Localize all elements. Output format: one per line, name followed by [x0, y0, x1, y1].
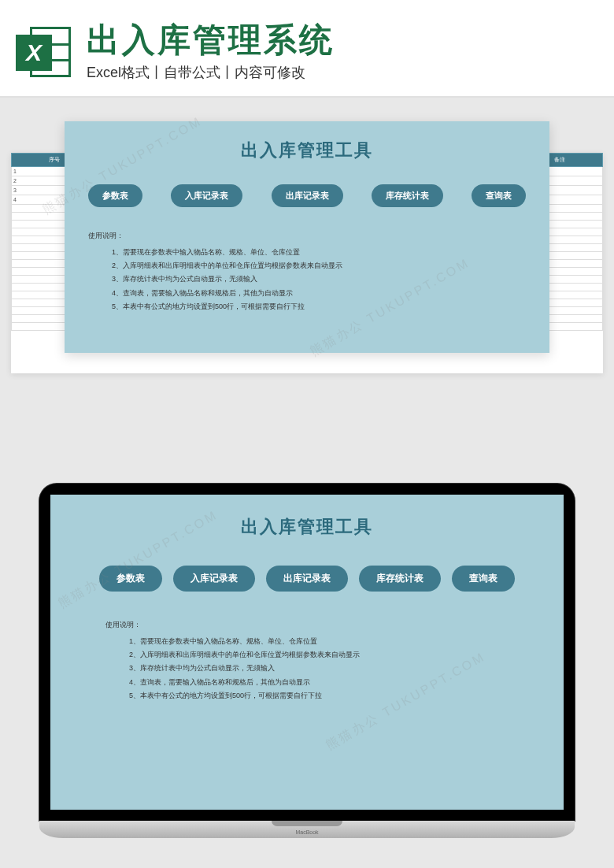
instruction-item: 1、需要现在参数表中输入物品名称、规格、单位、仓库位置: [129, 635, 532, 648]
panel-title: 出入库管理工具: [82, 515, 532, 539]
template-preview: 序号 日期 领取人 备注 12016/10/722016/10/732016/1…: [0, 98, 614, 460]
instructions: 使用说明： 1、需要现在参数表中输入物品名称、规格、单位、仓库位置2、入库明细表…: [82, 618, 532, 703]
panel-title: 出入库管理工具: [88, 139, 526, 162]
instruction-item: 4、查询表，需要输入物品名称和规格后，其他为自动显示: [112, 287, 526, 300]
laptop-base: MacBook: [39, 821, 575, 838]
nav-buttons-row: 参数表 入库记录表 出库记录表 库存统计表 查询表: [88, 184, 526, 207]
instructions-label: 使用说明：: [105, 618, 532, 632]
excel-icon: X: [16, 24, 72, 80]
btn-outbound[interactable]: 出库记录表: [272, 184, 343, 207]
laptop-brand: MacBook: [295, 829, 318, 835]
instruction-item: 1、需要现在参数表中输入物品名称、规格、单位、仓库位置: [112, 246, 526, 259]
btn-params[interactable]: 参数表: [99, 566, 162, 592]
instruction-item: 2、入库明细表和出库明细表中的单位和仓库位置均根据参数表来自动显示: [129, 648, 532, 662]
laptop-mockup: 出入库管理工具 参数表 入库记录表 出库记录表 库存统计表 查询表 使用说明： …: [39, 484, 575, 838]
btn-inventory[interactable]: 库存统计表: [372, 184, 443, 207]
nav-buttons-row: 参数表 入库记录表 出库记录表 库存统计表 查询表: [82, 566, 532, 592]
instructions: 使用说明： 1、需要现在参数表中输入物品名称、规格、单位、仓库位置2、入库明细表…: [88, 229, 526, 313]
instruction-item: 2、入库明细表和出库明细表中的单位和仓库位置均根据参数表来自动显示: [112, 259, 526, 273]
product-subtitle: Excel格式丨自带公式丨内容可修改: [87, 63, 598, 82]
btn-query[interactable]: 查询表: [452, 566, 515, 592]
laptop-screen: 出入库管理工具 参数表 入库记录表 出库记录表 库存统计表 查询表 使用说明： …: [39, 484, 575, 821]
product-title: 出入库管理系统: [87, 22, 598, 58]
btn-query[interactable]: 查询表: [472, 184, 526, 207]
btn-inbound[interactable]: 入库记录表: [173, 566, 255, 592]
instruction-item: 3、库存统计表中均为公式自动显示，无须输入: [112, 273, 526, 286]
btn-inbound[interactable]: 入库记录表: [171, 184, 242, 207]
laptop-panel: 出入库管理工具 参数表 入库记录表 出库记录表 库存统计表 查询表 使用说明： …: [50, 495, 564, 810]
instruction-item: 3、库存统计表中均为公式自动显示，无须输入: [129, 662, 532, 675]
instructions-label: 使用说明：: [88, 229, 526, 243]
instruction-item: 5、本表中有公式的地方均设置到500行，可根据需要自行下拉: [112, 300, 526, 313]
instruction-item: 4、查询表，需要输入物品名称和规格后，其他为自动显示: [129, 676, 532, 689]
btn-inventory[interactable]: 库存统计表: [359, 566, 441, 592]
product-header: X 出入库管理系统 Excel格式丨自带公式丨内容可修改: [0, 0, 614, 98]
instruction-item: 5、本表中有公式的地方均设置到500行，可根据需要自行下拉: [129, 689, 532, 703]
btn-params[interactable]: 参数表: [88, 184, 142, 207]
tool-panel: 出入库管理工具 参数表 入库记录表 出库记录表 库存统计表 查询表 使用说明： …: [65, 121, 549, 353]
btn-outbound[interactable]: 出库记录表: [266, 566, 348, 592]
laptop-mockup-zone: 出入库管理工具 参数表 入库记录表 出库记录表 库存统计表 查询表 使用说明： …: [0, 460, 614, 868]
